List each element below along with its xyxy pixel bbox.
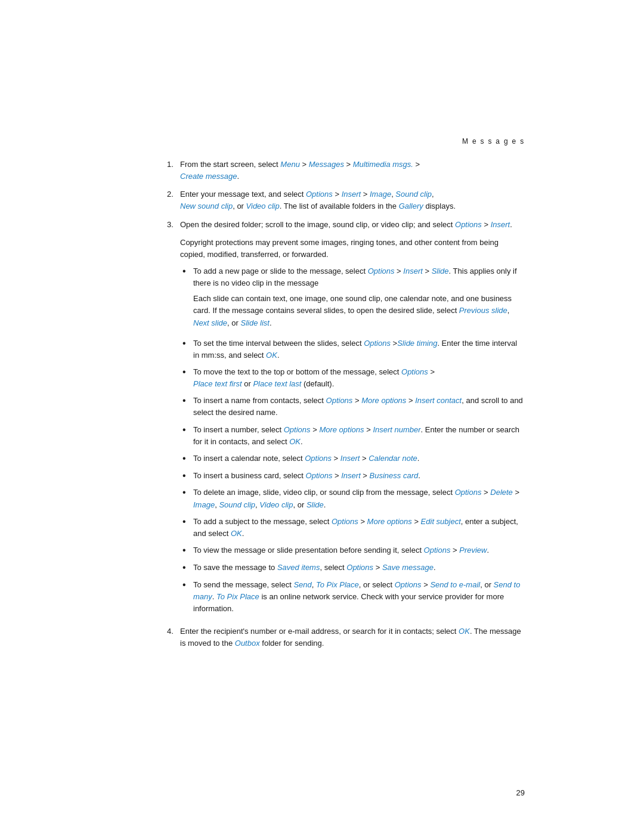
link-insert-b7[interactable]: Insert bbox=[341, 471, 361, 480]
link-business-card[interactable]: Business card bbox=[370, 471, 419, 480]
step-1: 1. From the start screen, select Menu > … bbox=[167, 159, 525, 182]
bullet-6: • To insert a calendar note, select Opti… bbox=[180, 453, 525, 465]
link-slide-list[interactable]: Slide list bbox=[240, 318, 269, 327]
main-list: 1. From the start screen, select Menu > … bbox=[167, 159, 525, 649]
link-to-pix-place-1[interactable]: To Pix Place bbox=[316, 580, 359, 589]
link-create-message[interactable]: Create message bbox=[180, 172, 237, 181]
link-slide-b8[interactable]: Slide bbox=[306, 500, 324, 509]
step-3-main: Open the desired folder; scroll to the i… bbox=[180, 219, 525, 231]
link-ok-b2[interactable]: OK bbox=[266, 351, 277, 360]
link-options-b7[interactable]: Options bbox=[306, 471, 333, 480]
link-ok-4[interactable]: OK bbox=[459, 627, 470, 636]
link-slide-timing[interactable]: Slide timing bbox=[397, 339, 437, 348]
bullet-5-content: To insert a number, select Options > Mor… bbox=[193, 424, 525, 448]
link-options-b5[interactable]: Options bbox=[284, 425, 311, 434]
bullet-2-content: To set the time interval between the sli… bbox=[193, 337, 525, 361]
copyright-note: Copyright protections may prevent some i… bbox=[180, 237, 525, 261]
bullet-3: • To move the text to the top or bottom … bbox=[180, 366, 525, 390]
link-insert-3[interactable]: Insert bbox=[491, 220, 510, 229]
bullet-sym-5: • bbox=[182, 424, 193, 448]
step-2-number: 2. bbox=[167, 188, 180, 212]
link-options-b1[interactable]: Options bbox=[368, 267, 395, 275]
link-send-to-email[interactable]: Send to e-mail bbox=[430, 580, 480, 589]
link-options-b6[interactable]: Options bbox=[305, 454, 332, 463]
bullet-1: • To add a new page or slide to the mess… bbox=[180, 265, 525, 333]
bullet-sym-2: • bbox=[182, 337, 193, 361]
link-calendar-note[interactable]: Calendar note bbox=[369, 454, 417, 463]
page-header: M e s s a g e s bbox=[167, 137, 525, 145]
link-options-b12[interactable]: Options bbox=[395, 580, 422, 589]
link-sound-clip-b8[interactable]: Sound clip bbox=[219, 500, 255, 509]
link-gallery-2[interactable]: Gallery bbox=[399, 202, 423, 210]
step-1-number: 1. bbox=[167, 159, 180, 182]
link-options-3[interactable]: Options bbox=[455, 220, 482, 229]
bullet-5: • To insert a number, select Options > M… bbox=[180, 424, 525, 448]
link-video-clip-2[interactable]: Video clip bbox=[246, 202, 280, 210]
step-2: 2. Enter your message text, and select O… bbox=[167, 188, 525, 212]
step-3-content: Open the desired folder; scroll to the i… bbox=[180, 219, 525, 620]
page: M e s s a g e s 1. From the start screen… bbox=[0, 0, 644, 833]
bullet-sym-3: • bbox=[182, 366, 193, 390]
link-slide-b1[interactable]: Slide bbox=[432, 267, 449, 275]
link-outbox[interactable]: Outbox bbox=[235, 639, 260, 648]
link-insert-contact[interactable]: Insert contact bbox=[415, 396, 462, 405]
link-menu[interactable]: Menu bbox=[280, 160, 300, 169]
bullet-sym-8: • bbox=[182, 487, 193, 510]
bullet-10-content: To view the message or slide presentatio… bbox=[193, 544, 525, 557]
link-options-b9[interactable]: Options bbox=[332, 517, 358, 526]
link-insert-number[interactable]: Insert number bbox=[373, 425, 420, 434]
link-messages[interactable]: Messages bbox=[309, 160, 344, 169]
bullet-12: • To send the message, select Send, To P… bbox=[180, 579, 525, 615]
bullet-7-content: To insert a business card, select Option… bbox=[193, 470, 525, 482]
link-image-2[interactable]: Image bbox=[370, 190, 391, 199]
bullet-sym-1: • bbox=[182, 265, 193, 333]
link-insert-2[interactable]: Insert bbox=[342, 190, 361, 199]
link-saved-items[interactable]: Saved items bbox=[277, 563, 320, 572]
link-options-b4[interactable]: Options bbox=[326, 396, 353, 405]
bullet-sym-6: • bbox=[182, 453, 193, 465]
content-area: M e s s a g e s 1. From the start screen… bbox=[0, 0, 644, 715]
link-edit-subject[interactable]: Edit subject bbox=[421, 517, 461, 526]
link-save-message[interactable]: Save message bbox=[382, 563, 434, 572]
bullet-4-content: To insert a name from contacts, select O… bbox=[193, 395, 525, 419]
link-delete-b8[interactable]: Delete bbox=[490, 488, 513, 497]
bullet-sym-11: • bbox=[182, 562, 193, 574]
link-options-b11[interactable]: Options bbox=[346, 563, 373, 572]
link-preview[interactable]: Preview bbox=[459, 546, 487, 555]
link-insert-b6[interactable]: Insert bbox=[340, 454, 360, 463]
bullet-9-content: To add a subject to the message, select … bbox=[193, 516, 525, 540]
sub-para-1: Each slide can contain text, one image, … bbox=[193, 293, 525, 329]
step-2-content: Enter your message text, and select Opti… bbox=[180, 188, 525, 212]
link-send[interactable]: Send bbox=[293, 580, 311, 589]
link-options-b8[interactable]: Options bbox=[455, 488, 482, 497]
link-options-b10[interactable]: Options bbox=[424, 546, 451, 555]
link-sound-clip-2[interactable]: Sound clip bbox=[395, 190, 432, 199]
link-next-slide[interactable]: Next slide bbox=[193, 318, 227, 327]
chapter-title: M e s s a g e s bbox=[462, 137, 525, 145]
link-place-text-first[interactable]: Place text first bbox=[193, 379, 242, 388]
step-4-content: Enter the recipient's number or e-mail a… bbox=[180, 625, 525, 649]
step-4-number: 4. bbox=[167, 625, 180, 649]
link-ok-b9[interactable]: OK bbox=[231, 529, 242, 538]
link-new-sound-clip[interactable]: New sound clip bbox=[180, 202, 233, 210]
link-options-b3[interactable]: Options bbox=[401, 367, 428, 376]
link-image-b8[interactable]: Image bbox=[193, 500, 215, 509]
link-options-b2[interactable]: Options bbox=[364, 339, 391, 348]
bullet-6-content: To insert a calendar note, select Option… bbox=[193, 453, 525, 465]
link-prev-slide[interactable]: Previous slide bbox=[459, 306, 507, 315]
link-more-options-b5[interactable]: More options bbox=[319, 425, 364, 434]
link-options-2[interactable]: Options bbox=[306, 190, 333, 199]
bullet-9: • To add a subject to the message, selec… bbox=[180, 516, 525, 540]
link-place-text-last[interactable]: Place text last bbox=[253, 379, 301, 388]
bullet-12-content: To send the message, select Send, To Pix… bbox=[193, 579, 525, 615]
link-multimedia-msgs[interactable]: Multimedia msgs. bbox=[353, 160, 413, 169]
link-to-pix-place-2[interactable]: To Pix Place bbox=[216, 592, 259, 601]
link-ok-b5[interactable]: OK bbox=[289, 437, 301, 446]
link-video-clip-b8[interactable]: Video clip bbox=[259, 500, 293, 509]
link-insert-b1[interactable]: Insert bbox=[403, 267, 423, 275]
bullet-sym-10: • bbox=[182, 544, 193, 557]
link-more-options-b9[interactable]: More options bbox=[367, 517, 412, 526]
link-more-options-b4[interactable]: More options bbox=[361, 396, 406, 405]
bullet-sym-7: • bbox=[182, 470, 193, 482]
bullet-1-content: To add a new page or slide to the messag… bbox=[193, 265, 525, 333]
